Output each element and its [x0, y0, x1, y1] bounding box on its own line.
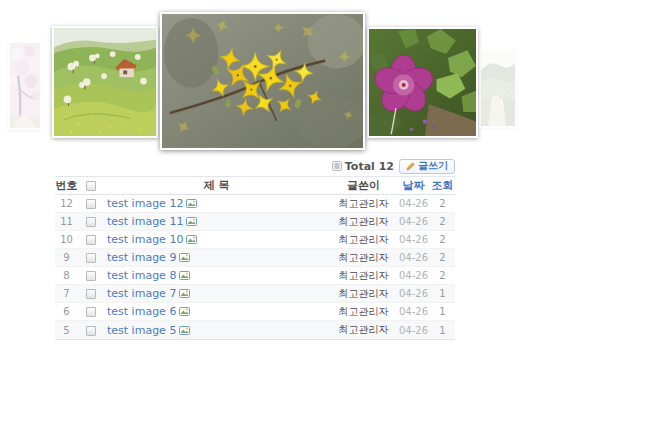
board-toolbar: Total 12 글쓰기: [55, 158, 455, 174]
row-checkbox-cell: [78, 305, 103, 318]
row-views: 1: [430, 288, 455, 299]
row-checkbox[interactable]: [86, 235, 96, 245]
board-list-section: Total 12 글쓰기 번호 제 목 글쓴이 날짜 조회: [55, 158, 455, 340]
post-title-text: test image 5: [107, 324, 176, 337]
row-number: 12: [55, 198, 78, 209]
row-views: 1: [430, 306, 455, 317]
table-row: 6 test image 6 최고관리자 04-26 1: [55, 303, 455, 321]
select-all-checkbox[interactable]: [86, 181, 96, 191]
row-number: 7: [55, 288, 78, 299]
row-date: 04-26: [397, 325, 430, 336]
row-date: 04-26: [397, 216, 430, 227]
image-carousel: [0, 0, 650, 160]
row-title-cell: test image 10: [103, 233, 330, 246]
pencil-icon: [406, 162, 415, 171]
row-date: 04-26: [397, 288, 430, 299]
carousel-image-green-hills[interactable]: [52, 26, 158, 138]
row-checkbox[interactable]: [86, 307, 96, 317]
row-checkbox-cell: [78, 324, 103, 337]
table-row: 9 test image 9 최고관리자 04-26 2: [55, 249, 455, 267]
row-title-cell: test image 12: [103, 197, 330, 210]
board-table: 번호 제 목 글쓴이 날짜 조회 12 test image 12: [55, 176, 455, 340]
row-views: 1: [430, 325, 455, 336]
table-row: 12 test image 12 최고관리자 04-26 2: [55, 195, 455, 213]
header-checkbox-cell: [78, 179, 103, 192]
post-title-link[interactable]: test image 12: [107, 197, 197, 210]
row-date: 04-26: [397, 252, 430, 263]
green-hills-photo: [54, 28, 156, 136]
row-checkbox[interactable]: [86, 289, 96, 299]
row-checkbox[interactable]: [86, 217, 96, 227]
row-author: 최고관리자: [330, 269, 397, 283]
row-number: 8: [55, 270, 78, 281]
post-title-text: test image 8: [107, 269, 176, 282]
row-checkbox[interactable]: [86, 326, 96, 336]
row-checkbox-cell: [78, 269, 103, 282]
board-table-header: 번호 제 목 글쓴이 날짜 조회: [55, 177, 455, 195]
carousel-image-purple-geranium[interactable]: [367, 27, 478, 138]
post-title-link[interactable]: test image 7: [107, 287, 190, 300]
row-checkbox-cell: [78, 287, 103, 300]
post-title-link[interactable]: test image 6: [107, 305, 190, 318]
row-title-cell: test image 9: [103, 251, 330, 264]
total-count-label: Total 12: [345, 160, 394, 173]
row-views: 2: [430, 234, 455, 245]
table-row: 10 test image 10 최고관리자 04-26 2: [55, 231, 455, 249]
header-no: 번호: [55, 178, 78, 193]
header-views-sort-link[interactable]: 조회: [432, 179, 454, 192]
row-title-cell: test image 7: [103, 287, 330, 300]
row-author: 최고관리자: [330, 197, 397, 211]
image-attachment-icon: [179, 252, 190, 263]
row-checkbox-cell: [78, 251, 103, 264]
row-checkbox[interactable]: [86, 199, 96, 209]
row-checkbox-cell: [78, 215, 103, 228]
image-attachment-icon: [179, 288, 190, 299]
image-attachment-icon: [179, 306, 190, 317]
post-title-link[interactable]: test image 5: [107, 324, 190, 337]
row-views: 2: [430, 216, 455, 227]
image-attachment-icon: [186, 216, 197, 227]
post-title-link[interactable]: test image 9: [107, 251, 190, 264]
image-attachment-icon: [186, 198, 197, 209]
row-author: 최고관리자: [330, 305, 397, 319]
table-row: 7 test image 7 최고관리자 04-26 1: [55, 285, 455, 303]
row-author: 최고관리자: [330, 323, 397, 337]
garden-path-photo: [481, 50, 515, 126]
carousel-image-forsythia-focused[interactable]: [160, 12, 365, 150]
list-icon: [332, 161, 342, 171]
purple-geranium-photo: [369, 29, 476, 136]
post-title-link[interactable]: test image 10: [107, 233, 197, 246]
post-title-text: test image 7: [107, 287, 176, 300]
row-date: 04-26: [397, 198, 430, 209]
board-table-body: 12 test image 12 최고관리자 04-26 2 11: [55, 195, 455, 339]
table-row: 5 test image 5 최고관리자 04-26 1: [55, 321, 455, 339]
post-title-text: test image 12: [107, 197, 183, 210]
row-author: 최고관리자: [330, 215, 397, 229]
row-title-cell: test image 8: [103, 269, 330, 282]
row-views: 2: [430, 198, 455, 209]
post-title-text: test image 10: [107, 233, 183, 246]
header-author: 글쓴이: [330, 178, 397, 193]
carousel-image-pink-blossoms[interactable]: [8, 41, 42, 130]
row-title-cell: test image 6: [103, 305, 330, 318]
write-button-label: 글쓰기: [418, 159, 448, 173]
carousel-image-garden-path[interactable]: [479, 48, 517, 128]
row-author: 최고관리자: [330, 251, 397, 265]
post-title-link[interactable]: test image 8: [107, 269, 190, 282]
forsythia-photo: [162, 14, 363, 148]
image-attachment-icon: [179, 325, 190, 336]
row-checkbox[interactable]: [86, 253, 96, 263]
write-post-button[interactable]: 글쓰기: [399, 159, 455, 174]
row-number: 6: [55, 306, 78, 317]
row-views: 2: [430, 252, 455, 263]
post-title-text: test image 6: [107, 305, 176, 318]
header-title: 제 목: [103, 178, 330, 193]
header-date-sort-link[interactable]: 날짜: [403, 179, 425, 192]
row-number: 5: [55, 325, 78, 336]
post-title-text: test image 11: [107, 215, 183, 228]
row-number: 10: [55, 234, 78, 245]
row-checkbox[interactable]: [86, 271, 96, 281]
post-title-link[interactable]: test image 11: [107, 215, 197, 228]
post-title-text: test image 9: [107, 251, 176, 264]
total-count: Total 12: [332, 160, 394, 173]
